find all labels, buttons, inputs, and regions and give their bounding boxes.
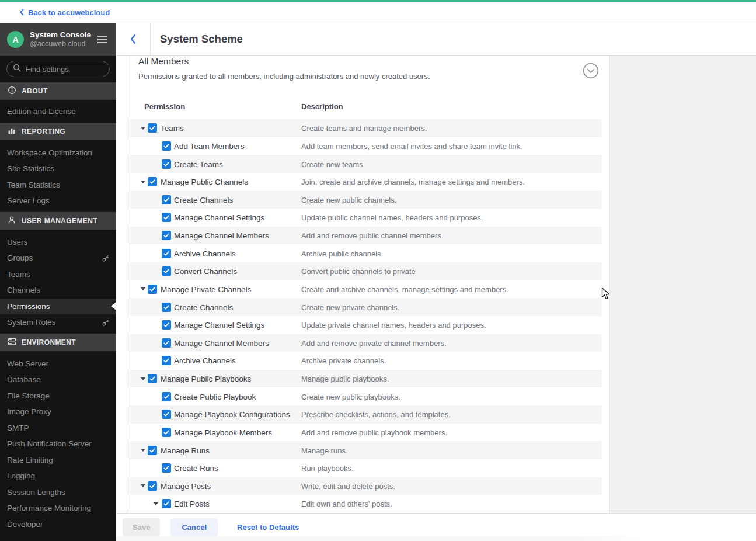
caret-down-icon[interactable]	[141, 287, 145, 290]
sidebar-item-label: Site Statistics	[7, 164, 54, 173]
sidebar-item-server-logs[interactable]: Server Logs	[0, 193, 116, 209]
table-row-manage-public-channels: Manage Public ChannelsJoin, create and a…	[128, 173, 602, 191]
sidebar-item-groups[interactable]: Groups	[0, 250, 116, 266]
sidebar-item-web-server[interactable]: Web Server	[0, 356, 116, 372]
sidebar-item-file-storage[interactable]: File Storage	[0, 388, 116, 404]
checkbox-checked[interactable]	[162, 410, 171, 419]
permission-description: Join, create and archive channels, manag…	[301, 178, 525, 186]
sidebar-item-performance-monitoring[interactable]: Performance Monitoring	[0, 500, 116, 516]
sidebar-item-database[interactable]: Database	[0, 372, 116, 388]
reset-to-defaults-link[interactable]: Reset to Defaults	[237, 523, 299, 532]
search-input[interactable]	[26, 65, 96, 74]
caret-down-icon[interactable]	[141, 127, 145, 130]
sidebar-item-session-lengths[interactable]: Session Lengths	[0, 484, 116, 501]
permission-description: Write, edit and delete posts.	[301, 481, 395, 490]
sidebar-item-label: Web Server	[7, 359, 48, 368]
table-row-manage-channel-settings: Manage Channel SettingsUpdate private ch…	[128, 316, 602, 334]
table-row-manage-private-channels: Manage Private ChannelsCreate and archiv…	[128, 280, 602, 299]
section-items-about: Edition and License	[0, 100, 116, 123]
sidebar-item-push-notification-server[interactable]: Push Notification Server	[0, 436, 116, 452]
sidebar-item-team-statistics[interactable]: Team Statistics	[0, 177, 116, 193]
permission-label: Manage Private Channels	[161, 285, 251, 293]
search-box[interactable]	[6, 61, 110, 77]
caret-down-icon[interactable]	[141, 449, 145, 452]
avatar: A	[7, 31, 24, 48]
back-button[interactable]	[116, 23, 151, 55]
sidebar-item-permissions[interactable]: Permissions	[0, 299, 116, 315]
checkbox-checked[interactable]	[148, 446, 157, 455]
sidebar-item-label: Edition and License	[7, 107, 76, 116]
permission-label: Teams	[161, 124, 184, 133]
table-header: Permission Description	[144, 102, 185, 111]
sidebar-item-site-statistics[interactable]: Site Statistics	[0, 161, 116, 177]
permission-label: Add Team Members	[174, 141, 245, 150]
permissions-table: TeamsCreate teams and manage members.Add…	[128, 119, 602, 513]
checkbox-checked[interactable]	[148, 123, 157, 133]
key-icon	[102, 318, 110, 328]
permission-description: Edit own and others' posts.	[301, 500, 392, 508]
save-button[interactable]: Save	[123, 518, 160, 536]
checkbox-checked[interactable]	[162, 159, 171, 169]
sidebar-item-developer[interactable]: Developer	[0, 516, 116, 528]
menu-icon[interactable]	[96, 34, 109, 46]
sidebar-item-edition-and-license[interactable]: Edition and License	[0, 103, 116, 120]
collapse-chevron-icon[interactable]	[583, 63, 599, 79]
chart-icon	[8, 126, 16, 137]
section-header-label: USER MANAGEMENT	[22, 217, 97, 225]
section-items-environment: Web ServerDatabaseFile StorageImage Prox…	[0, 351, 116, 528]
checkbox-checked[interactable]	[162, 392, 171, 401]
caret-down-icon[interactable]	[141, 181, 145, 183]
table-row-manage-playbook-members: Manage Playbook MembersAdd and remove pu…	[128, 424, 602, 442]
sidebar-item-label: Image Proxy	[7, 407, 51, 416]
checkbox-checked[interactable]	[148, 481, 157, 491]
sidebar-item-logging[interactable]: Logging	[0, 468, 116, 484]
sidebar-item-label: Push Notification Server	[7, 439, 92, 448]
checkbox-checked[interactable]	[148, 285, 157, 294]
checkbox-checked[interactable]	[162, 195, 171, 204]
back-to-site-link[interactable]: Back to accuwebcloud	[19, 8, 110, 17]
sidebar-item-label: Database	[7, 375, 41, 384]
sidebar-item-channels[interactable]: Channels	[0, 282, 116, 299]
caret-down-icon[interactable]	[141, 484, 145, 487]
sidebar-item-system-roles[interactable]: System Roles	[0, 314, 116, 331]
checkbox-checked[interactable]	[162, 213, 171, 222]
sidebar-item-label: Team Statistics	[7, 181, 60, 189]
checkbox-checked[interactable]	[162, 249, 171, 258]
search-icon	[13, 64, 21, 74]
section-items-reporting: Workspace OptimizationSite StatisticsTea…	[0, 140, 116, 212]
checkbox-checked[interactable]	[162, 231, 171, 240]
permission-description: Create new public playbooks.	[301, 392, 400, 401]
sidebar-item-smtp[interactable]: SMTP	[0, 420, 116, 436]
checkbox-checked[interactable]	[162, 463, 171, 473]
table-row-create-channels: Create ChannelsCreate new public channel…	[128, 191, 602, 209]
table-row-manage-playbook-configurations: Manage Playbook ConfigurationsPrescribe …	[128, 405, 602, 424]
caret-down-icon[interactable]	[141, 377, 145, 380]
checkbox-checked[interactable]	[162, 320, 171, 330]
sidebar-item-workspace-optimization[interactable]: Workspace Optimization	[0, 145, 116, 161]
sidebar-item-label: Logging	[7, 471, 35, 480]
checkbox-checked[interactable]	[162, 303, 171, 312]
caret-down-icon[interactable]	[154, 502, 158, 505]
checkbox-checked[interactable]	[162, 428, 171, 437]
sidebar-item-label: Server Logs	[7, 196, 50, 205]
checkbox-checked[interactable]	[162, 266, 171, 276]
checkbox-checked[interactable]	[162, 141, 171, 151]
table-row-archive-channels: Archive ChannelsArchive private channels…	[128, 352, 602, 370]
sidebar-item-rate-limiting[interactable]: Rate Limiting	[0, 452, 116, 469]
column-description: Description	[301, 102, 343, 111]
checkbox-checked[interactable]	[162, 356, 171, 365]
permission-label: Manage Runs	[161, 446, 210, 455]
section-header-environment: ENVIRONMENT	[0, 334, 116, 351]
cancel-button[interactable]: Cancel	[170, 518, 218, 536]
users-icon	[8, 216, 16, 226]
sidebar-item-image-proxy[interactable]: Image Proxy	[0, 404, 116, 420]
section-header-label: ENVIRONMENT	[22, 338, 76, 346]
checkbox-checked[interactable]	[148, 374, 157, 383]
sidebar-item-users[interactable]: Users	[0, 234, 116, 251]
info-icon	[8, 86, 16, 96]
checkbox-checked[interactable]	[162, 338, 171, 348]
checkbox-checked[interactable]	[148, 177, 157, 186]
checkbox-checked[interactable]	[162, 499, 171, 508]
sidebar-item-teams[interactable]: Teams	[0, 266, 116, 283]
server-icon	[8, 337, 16, 348]
